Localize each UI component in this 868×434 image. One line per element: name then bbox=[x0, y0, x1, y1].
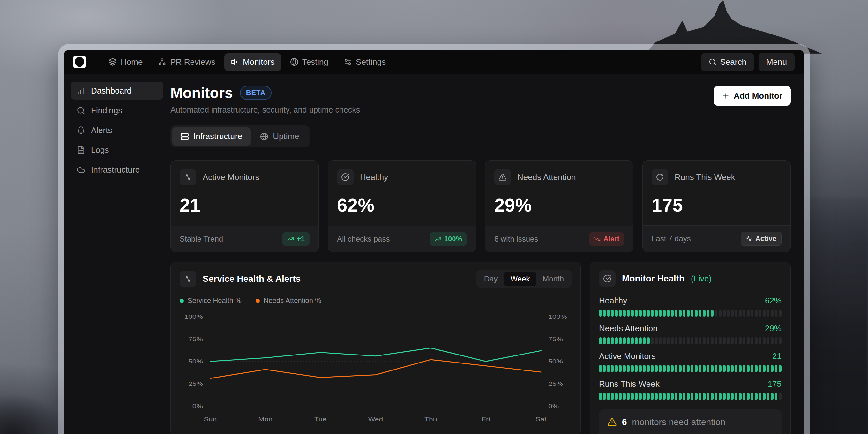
bar-segment bbox=[599, 365, 602, 372]
nav-item-settings[interactable]: Settings bbox=[337, 53, 392, 71]
menu-button[interactable]: Menu bbox=[758, 53, 795, 71]
globe-icon bbox=[260, 132, 268, 141]
search-button-label: Search bbox=[720, 57, 746, 67]
git-fork-icon bbox=[158, 58, 166, 66]
range-option-week[interactable]: Week bbox=[504, 272, 536, 286]
sidebar-item-findings[interactable]: Findings bbox=[71, 101, 163, 119]
bar-segment bbox=[627, 337, 630, 344]
sidebar-item-label: Findings bbox=[91, 105, 122, 116]
sidebar-item-infrastructure[interactable]: Infrastructure bbox=[71, 161, 163, 179]
bar-segment bbox=[647, 310, 650, 316]
svg-text:75%: 75% bbox=[548, 335, 563, 342]
bar-segment bbox=[627, 365, 630, 372]
bar-segment bbox=[743, 310, 746, 316]
bar-segment bbox=[675, 393, 678, 400]
add-monitor-button[interactable]: Add Monitor bbox=[714, 86, 791, 105]
bar-segment bbox=[667, 310, 670, 316]
bar-segment bbox=[607, 365, 610, 372]
range-option-day[interactable]: Day bbox=[478, 272, 504, 286]
bar-segment bbox=[755, 310, 757, 316]
trending-up-icon bbox=[287, 236, 294, 243]
bar-segment bbox=[715, 393, 718, 400]
nav-item-home[interactable]: Home bbox=[102, 53, 149, 71]
bar-segment bbox=[751, 310, 754, 316]
monitor-health-panel: Monitor Health (Live) Healthy62%Needs At… bbox=[590, 262, 791, 434]
tab-uptime[interactable]: Uptime bbox=[252, 127, 307, 146]
stat-card-footer-text: All checks pass bbox=[337, 235, 390, 244]
nav-item-label: PR Reviews bbox=[170, 57, 215, 67]
bar-segment bbox=[615, 365, 618, 372]
bar-segment bbox=[639, 310, 642, 316]
bar-segment bbox=[599, 393, 602, 400]
tab-label: Uptime bbox=[273, 131, 299, 142]
bar-segment bbox=[763, 310, 766, 316]
check-circle-icon bbox=[603, 274, 612, 283]
bar-segment bbox=[719, 365, 721, 372]
stat-card-footer-text: Stable Trend bbox=[180, 235, 223, 244]
bar-segment bbox=[719, 337, 721, 344]
health-row-value: 175 bbox=[768, 379, 781, 389]
bar-segment bbox=[603, 337, 606, 344]
bar-segment bbox=[779, 365, 781, 372]
bar-segment bbox=[671, 365, 674, 372]
health-row-label: Healthy bbox=[599, 296, 627, 306]
bar-segment bbox=[639, 337, 642, 344]
health-row-value: 21 bbox=[772, 351, 781, 361]
bar-segment bbox=[723, 393, 726, 400]
bar-segment bbox=[603, 310, 606, 316]
nav-item-monitors[interactable]: Monitors bbox=[224, 53, 281, 71]
bar-segment bbox=[755, 337, 757, 344]
nav-item-testing[interactable]: Testing bbox=[284, 53, 335, 71]
svg-text:Sat: Sat bbox=[535, 415, 547, 422]
segmented-progress-bar bbox=[599, 337, 781, 344]
bar-segment bbox=[767, 393, 770, 400]
warning-count: 6 bbox=[622, 417, 627, 427]
bar-segment bbox=[643, 337, 646, 344]
range-option-month[interactable]: Month bbox=[536, 272, 570, 286]
bar-segment bbox=[739, 337, 742, 344]
nav-item-pr-reviews[interactable]: PR Reviews bbox=[152, 53, 222, 71]
bar-segment bbox=[607, 393, 610, 400]
search-icon bbox=[76, 106, 85, 115]
bar-segment bbox=[711, 310, 714, 316]
stat-card-healthy: Healthy62%All checks pass100% bbox=[328, 160, 476, 252]
content-area: DashboardFindingsAlertsLogsInfrastructur… bbox=[64, 74, 804, 434]
app-logo[interactable] bbox=[73, 56, 86, 68]
bar-segment bbox=[599, 310, 602, 316]
bar-segment bbox=[619, 337, 622, 344]
bar-segment bbox=[671, 310, 674, 316]
bar-segment bbox=[639, 365, 642, 372]
activity-icon bbox=[184, 173, 192, 181]
bar-segment bbox=[735, 337, 738, 344]
sliders-icon bbox=[344, 58, 352, 66]
bar-segment bbox=[687, 310, 690, 316]
nav-item-label: Monitors bbox=[243, 57, 275, 67]
chart-title: Service Health & Alerts bbox=[203, 274, 301, 284]
bar-segment bbox=[727, 337, 730, 344]
sidebar-item-logs[interactable]: Logs bbox=[71, 141, 163, 159]
health-panel-title: Monitor Health bbox=[622, 274, 684, 284]
sidebar-item-alerts[interactable]: Alerts bbox=[71, 121, 163, 139]
stat-cards-row: Active Monitors21Stable Trend+1Healthy62… bbox=[170, 160, 791, 252]
bar-segment bbox=[751, 393, 754, 400]
tab-infrastructure[interactable]: Infrastructure bbox=[172, 127, 250, 146]
alert-triangle-icon bbox=[498, 173, 507, 181]
live-indicator: (Live) bbox=[691, 274, 712, 284]
bar-segment bbox=[747, 393, 750, 400]
search-button[interactable]: Search bbox=[701, 53, 754, 71]
legend-label: Service Health % bbox=[188, 297, 242, 305]
bar-segment bbox=[779, 337, 781, 344]
bar-segment bbox=[671, 337, 674, 344]
bar-segment bbox=[771, 365, 774, 372]
bar-segment bbox=[675, 310, 678, 316]
bar-segment bbox=[619, 310, 622, 316]
refresh-icon bbox=[652, 169, 668, 185]
bar-segment bbox=[635, 365, 638, 372]
bar-segment bbox=[611, 310, 614, 316]
sidebar-item-dashboard[interactable]: Dashboard bbox=[71, 82, 163, 99]
legend-dot-icon bbox=[256, 299, 260, 303]
nav-item-label: Testing bbox=[302, 57, 329, 67]
check-circle-icon bbox=[599, 270, 616, 287]
bar-segment bbox=[727, 393, 730, 400]
bar-segment bbox=[735, 393, 738, 400]
